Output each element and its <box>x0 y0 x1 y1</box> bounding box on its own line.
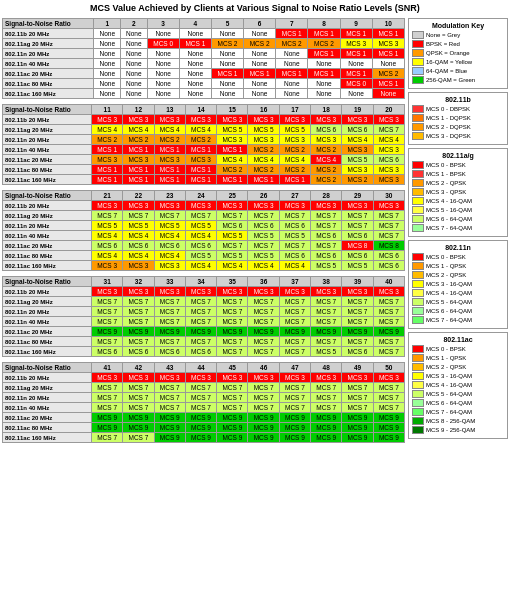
legend-ac-mcs7: MCS 7 - 64-QAM <box>412 408 504 416</box>
64qam-color <box>412 67 424 75</box>
legend-ac-mcs4: MCS 4 - 16-QAM <box>412 381 504 389</box>
legend-ag-mcs3: MCS 3 - QPSK <box>412 188 504 196</box>
snr-section-21-30: Signal-to-Noise Ratio 212223 242526 2728… <box>2 190 405 271</box>
snr-header-4: Signal-to-Noise Ratio <box>3 277 92 287</box>
snr-section-11-20: Signal-to-Noise Ratio 111213 141516 1718… <box>2 104 405 185</box>
legend-n-mcs5: MCS 5 - 64-QAM <box>412 298 504 306</box>
legend-b-mcs0: MCS 0 - DBPSK <box>412 105 504 113</box>
legend-802-11n-title: 802.11n <box>412 244 504 251</box>
legend-802-11b-title: 802.11b <box>412 96 504 103</box>
snr-header-1: Signal-to-Noise Ratio <box>3 19 94 29</box>
legend-ac-mcs1: MCS 1 - QPSK <box>412 354 504 362</box>
main-title: MCS Value Achieved by Clients at Various… <box>0 0 510 16</box>
legend-ac-mcs9: MCS 9 - 256-QAM <box>412 426 504 434</box>
legend-n-mcs1: MCS 1 - QPSK <box>412 262 504 270</box>
legend-802-11b-box: 802.11b MCS 0 - DBPSK MCS 1 - DQPSK MCS … <box>408 92 508 145</box>
legend-bpsk: BPSK = Red <box>412 40 504 48</box>
none-label: None = Grey <box>426 32 460 38</box>
legend-802-11ag-title: 802.11a/g <box>412 152 504 159</box>
legend-802-11ag-box: 802.11a/g MCS 0 - BPSK MCS 1 - BPSK MCS … <box>408 148 508 237</box>
qpsk-color <box>412 49 424 57</box>
legend-ag-mcs2: MCS 2 - QPSK <box>412 179 504 187</box>
bpsk-label: BPSK = Red <box>426 41 460 47</box>
legend-ag-mcs5: MCS 5 - 16-QAM <box>412 206 504 214</box>
legend-n-mcs4: MCS 4 - 16-QAM <box>412 289 504 297</box>
legend-n-mcs6: MCS 6 - 64-QAM <box>412 307 504 315</box>
main-container: MCS Value Achieved by Clients at Various… <box>0 0 510 447</box>
snr-header-3: Signal-to-Noise Ratio <box>3 191 92 201</box>
legend-n-mcs0: MCS 0 - BPSK <box>412 253 504 261</box>
legend-n-mcs2: MCS 2 - QPSK <box>412 271 504 279</box>
legend-none: None = Grey <box>412 31 504 39</box>
snr-header-2: Signal-to-Noise Ratio <box>3 105 92 115</box>
16qam-label: 16-QAM = Yellow <box>426 59 472 65</box>
legend-ac-mcs0: MCS 0 - BPSK <box>412 345 504 353</box>
qpsk-label: QPSK = Orange <box>426 50 470 56</box>
legend-b-mcs2: MCS 2 - DQPSK <box>412 123 504 131</box>
legend-b-mcs3: MCS 3 - DQPSK <box>412 132 504 140</box>
legend-ac-mcs2: MCS 2 - QPSK <box>412 363 504 371</box>
legend-ac-mcs3: MCS 3 - 16-QAM <box>412 372 504 380</box>
legend-802-11n-box: 802.11n MCS 0 - BPSK MCS 1 - QPSK MCS 2 … <box>408 240 508 329</box>
legend-64qam: 64-QAM = Blue <box>412 67 504 75</box>
modulation-key-box: Modulation Key None = Grey BPSK = Red QP… <box>408 18 508 89</box>
legend-column: Modulation Key None = Grey BPSK = Red QP… <box>408 18 508 445</box>
tables-column: Signal-to-Noise Ratio 123 456 789 10 802… <box>2 18 405 445</box>
legend-ag-mcs1: MCS 1 - BPSK <box>412 170 504 178</box>
legend-802-11ac-title: 802.11ac <box>412 336 504 343</box>
legend-ag-mcs6: MCS 6 - 64-QAM <box>412 215 504 223</box>
modulation-key-title: Modulation Key <box>412 22 504 29</box>
legend-ag-mcs0: MCS 0 - BPSK <box>412 161 504 169</box>
legend-ag-mcs4: MCS 4 - 16-QAM <box>412 197 504 205</box>
snr-section-41-50: Signal-to-Noise Ratio 414243 444546 4748… <box>2 362 405 443</box>
64qam-label: 64-QAM = Blue <box>426 68 467 74</box>
legend-ag-mcs7: MCS 7 - 64-QAM <box>412 224 504 232</box>
snr-header-5: Signal-to-Noise Ratio <box>3 363 92 373</box>
snr-section-31-40: Signal-to-Noise Ratio 313233 343536 3738… <box>2 276 405 357</box>
legend-n-mcs7: MCS 7 - 64-QAM <box>412 316 504 324</box>
legend-ac-mcs6: MCS 6 - 64-QAM <box>412 399 504 407</box>
legend-802-11ac-box: 802.11ac MCS 0 - BPSK MCS 1 - QPSK MCS 2… <box>408 332 508 439</box>
legend-b-mcs1: MCS 1 - DQPSK <box>412 114 504 122</box>
legend-16qam: 16-QAM = Yellow <box>412 58 504 66</box>
legend-ac-mcs8: MCS 8 - 256-QAM <box>412 417 504 425</box>
256qam-label: 256-QAM = Green <box>426 77 475 83</box>
legend-qpsk: QPSK = Orange <box>412 49 504 57</box>
16qam-color <box>412 58 424 66</box>
legend-256qam: 256-QAM = Green <box>412 76 504 84</box>
legend-ac-mcs5: MCS 5 - 64-QAM <box>412 390 504 398</box>
snr-section-1-10: Signal-to-Noise Ratio 123 456 789 10 802… <box>2 18 405 99</box>
legend-n-mcs3: MCS 3 - 16-QAM <box>412 280 504 288</box>
256qam-color <box>412 76 424 84</box>
none-color <box>412 31 424 39</box>
bpsk-color <box>412 40 424 48</box>
